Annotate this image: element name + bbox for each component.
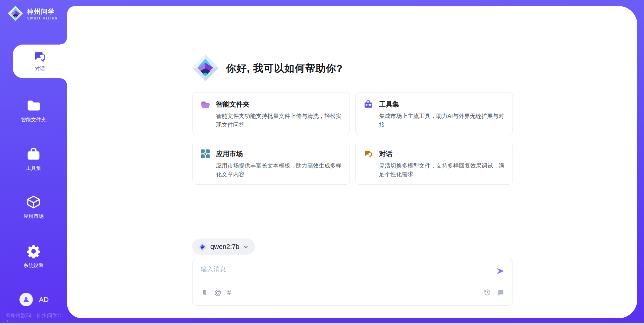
paperclip-icon[interactable] — [201, 288, 209, 297]
sidebar-item-settings[interactable]: 系统设置 — [0, 244, 67, 269]
sidebar-item-label: 系统设置 — [0, 262, 67, 269]
user-icon — [22, 296, 30, 303]
avatar[interactable] — [19, 293, 33, 306]
feature-cards: 智能文件夹 智能文件夹功能支持批量文件上传与清洗，轻松实现文件问答 工具集 集成… — [192, 92, 513, 185]
grid-market-icon — [201, 149, 211, 159]
cube-icon — [26, 205, 41, 210]
model-selector[interactable]: qwen2:7b — [192, 239, 255, 255]
model-name: qwen2:7b — [210, 243, 239, 251]
tab-fillet-bottom — [60, 78, 67, 85]
hash-icon[interactable]: # — [227, 288, 231, 297]
card-desc: 应用市场提供丰富长文本模板，助力高效生成多样化文章内容 — [216, 161, 341, 179]
sidebar-item-label: 应用市场 — [0, 213, 67, 219]
gem-diamond-icon — [191, 54, 219, 83]
brand-name: 神州问学 — [27, 8, 55, 15]
card-chat[interactable]: 对话 灵活切换多模型文件，支持多样回复效果调试，满足个性化需求 — [355, 142, 513, 185]
card-app-market[interactable]: 应用市场 应用市场提供丰富长文本模板，助力高效生成多样化文章内容 — [192, 142, 350, 185]
sidebar-item-label: 智能文件夹 — [0, 117, 67, 123]
send-arrow-icon[interactable] — [496, 266, 505, 276]
card-desc: 智能文件夹功能支持批量文件上传与清洗，轻松实现文件问答 — [216, 112, 341, 129]
chat-bubbles-icon — [364, 149, 374, 159]
card-title: 对话 — [379, 150, 392, 157]
history-icon[interactable] — [483, 288, 491, 297]
sidebar-item-folder[interactable]: 智能文件夹 — [0, 98, 67, 123]
gem-diamond-icon — [198, 242, 207, 251]
open-folder-icon — [201, 100, 211, 110]
card-smart-folder[interactable]: 智能文件夹 智能文件夹功能支持批量文件上传与清洗，轻松实现文件问答 — [192, 92, 350, 135]
card-title: 智能文件夹 — [216, 101, 250, 108]
brand: 神州问学 Smart Vision — [7, 5, 58, 23]
card-desc: 集成市场上主流工具，助力AI与外界无缝扩展与对接 — [379, 112, 504, 129]
greeting: 你好, 我可以如何帮助你? — [191, 54, 343, 83]
tab-fillet-top — [60, 38, 67, 45]
chevron-down-icon — [243, 243, 249, 250]
brand-subtitle: Smart Vision — [27, 16, 58, 20]
chat-bubbles-icon — [33, 59, 47, 65]
folder-icon — [26, 108, 41, 114]
sidebar-item-tools[interactable]: 工具集 — [0, 147, 67, 172]
toolbox-icon — [364, 100, 374, 110]
card-desc: 灵活切换多模型文件，支持多样回复效果调试，满足个性化需求 — [379, 161, 504, 179]
app-root: 神州问学 Smart Vision 对话 智能文件夹 工具集 — [0, 0, 644, 325]
gear-icon — [26, 254, 41, 260]
toolbox-icon — [26, 157, 41, 162]
at-icon[interactable]: @ — [214, 288, 221, 297]
sidebar-item-label: 工具集 — [0, 165, 67, 172]
bottom-edge-strip — [0, 323, 644, 325]
comment-icon[interactable] — [496, 288, 504, 297]
message-input[interactable] — [201, 265, 489, 281]
user-initials: AD — [39, 296, 49, 304]
brand-gem-icon — [7, 5, 23, 23]
composer: @ # — [192, 259, 513, 306]
sidebar-item-market[interactable]: 应用市场 — [0, 195, 67, 219]
card-title: 应用市场 — [216, 150, 243, 157]
card-toolset[interactable]: 工具集 集成市场上主流工具，助力AI与外界无缝扩展与对接 — [355, 92, 513, 135]
sidebar: 神州问学 Smart Vision 对话 智能文件夹 工具集 — [0, 0, 67, 325]
user-row[interactable]: AD — [19, 293, 49, 306]
sidebar-item-chat[interactable]: 对话 — [13, 45, 67, 78]
composer-divider — [196, 284, 509, 284]
greeting-title: 你好, 我可以如何帮助你? — [226, 62, 343, 75]
sidebar-item-label: 对话 — [13, 66, 67, 72]
card-title: 工具集 — [379, 101, 399, 108]
